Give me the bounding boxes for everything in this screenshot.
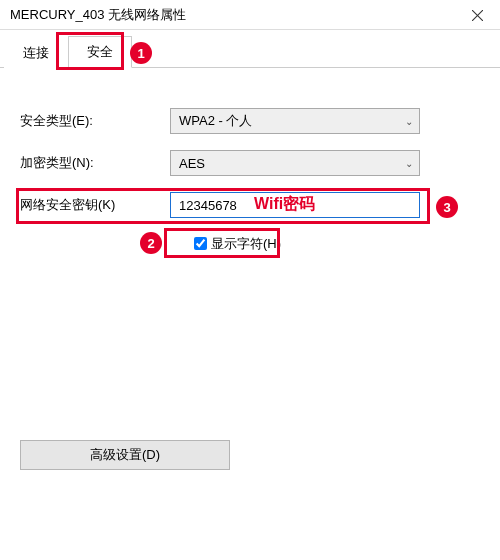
advanced-settings-button[interactable]: 高级设置(D) [20,440,230,470]
security-type-value: WPA2 - 个人 [179,112,252,130]
tab-security[interactable]: 安全 [68,36,132,68]
window-title: MERCURY_403 无线网络属性 [10,6,186,24]
row-show-chars: 显示字符(H) [190,234,480,253]
encryption-type-combo[interactable]: AES ⌄ [170,150,420,176]
show-chars-checkbox[interactable] [194,237,207,250]
tab-content: 安全类型(E): WPA2 - 个人 ⌄ 加密类型(N): AES ⌄ 网络安全… [0,68,500,263]
tab-security-label: 安全 [87,44,113,59]
encryption-type-value: AES [179,156,205,171]
advanced-settings-label: 高级设置(D) [90,446,160,464]
show-chars-label: 显示字符(H) [211,235,281,253]
network-key-label: 网络安全密钥(K) [20,196,170,214]
security-type-label: 安全类型(E): [20,112,170,130]
network-key-input[interactable] [170,192,420,218]
row-network-key: 网络安全密钥(K) [20,192,480,218]
row-security-type: 安全类型(E): WPA2 - 个人 ⌄ [20,108,480,134]
close-button[interactable] [455,0,500,30]
tab-connect-label: 连接 [23,45,49,60]
chevron-down-icon: ⌄ [405,158,413,169]
encryption-type-label: 加密类型(N): [20,154,170,172]
row-encryption-type: 加密类型(N): AES ⌄ [20,150,480,176]
security-type-combo[interactable]: WPA2 - 个人 ⌄ [170,108,420,134]
close-icon [472,10,483,21]
chevron-down-icon: ⌄ [405,116,413,127]
tab-connect[interactable]: 连接 [4,37,68,68]
tab-bar: 连接 安全 [0,36,500,68]
titlebar: MERCURY_403 无线网络属性 [0,0,500,30]
